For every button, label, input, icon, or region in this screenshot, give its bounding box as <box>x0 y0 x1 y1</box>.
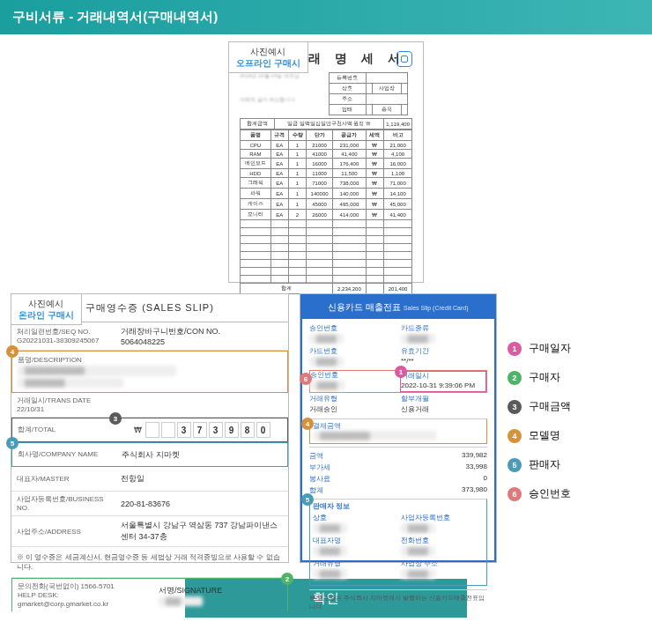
legend-item: 3구매금액 <box>508 399 641 414</box>
online-tag: 사진예시 온라인 구매시 <box>11 293 82 325</box>
legend-item: 1구매일자 <box>508 341 641 356</box>
legend-badge: 3 <box>508 400 522 414</box>
legend: 1구매일자2구매자3구매금액4모델명5판매자6승인번호 <box>508 293 641 515</box>
content-area: 사진예시 오프라인 구매시 거 래 명 세 서 2019년 10월 14일 대표… <box>0 34 652 635</box>
legend-badge: 5 <box>508 458 522 472</box>
offline-receipt-example: 사진예시 오프라인 구매시 거 래 명 세 서 2019년 10월 14일 대표… <box>228 41 424 283</box>
offline-tag: 사진예시 오프라인 구매시 <box>228 41 308 73</box>
receipt-items-table: 품명규격수량단가공급가세액비고CPUEA121000231,000₩21,000… <box>240 130 412 294</box>
legend-item: 4모델명 <box>508 428 641 443</box>
legend-badge: 2 <box>508 371 522 385</box>
legend-badge: 1 <box>508 342 522 356</box>
legend-item: 5판매자 <box>508 457 641 472</box>
legend-item: 6승인번호 <box>508 486 641 501</box>
legend-item: 2구매자 <box>508 370 641 385</box>
legend-badge: 6 <box>508 487 522 501</box>
page-title: 구비서류 - 거래내역서(구매내역서) <box>12 9 218 24</box>
scan-icon <box>396 51 412 67</box>
credit-card-slip-example: 신용카드 매출전표 Sales Slip (Credit Card) 승인번호█… <box>300 293 497 563</box>
page-header: 구비서류 - 거래내역서(구매내역서) <box>0 0 652 34</box>
credit-slip-header: 신용카드 매출전표 Sales Slip (Credit Card) <box>302 296 494 319</box>
legend-badge: 4 <box>508 429 522 443</box>
total-digits: 373980 <box>145 422 270 438</box>
online-sales-slip-example: 사진예시 온라인 구매시 구매영수증 (SALES SLIP) 처리일련번호/S… <box>11 293 289 563</box>
